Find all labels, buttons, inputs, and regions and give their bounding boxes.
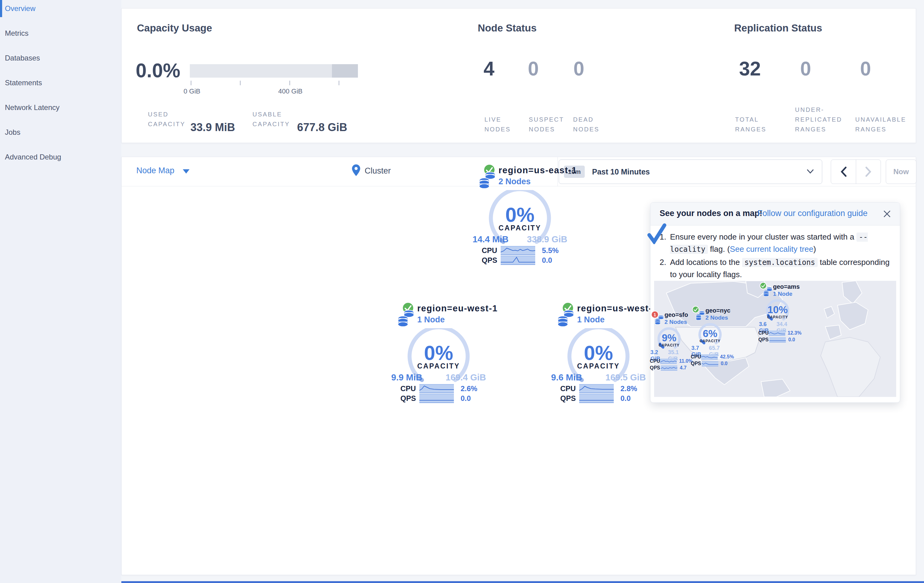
region-title: region=us-west-1 [577, 303, 657, 313]
capacity-label: CAPACITY [375, 362, 503, 371]
cpu-label: CPU [560, 384, 579, 393]
qps-value: 4.7 [680, 365, 686, 371]
close-icon[interactable] [883, 209, 891, 218]
region-title: region=eu-west-1 [417, 303, 498, 313]
node-map-setup-popup: See your nodes on a map! Follow our conf… [650, 202, 900, 403]
capacity-percent: 10% [761, 304, 794, 316]
capacity-percent: 0% [375, 341, 503, 364]
map-pin-icon [352, 165, 360, 176]
time-nav-group [831, 160, 881, 184]
cpu-label: CPU [400, 384, 419, 393]
time-forward-button[interactable] [856, 160, 881, 184]
capacity-label: CAPACITY [693, 339, 727, 343]
chevron-right-icon [865, 166, 872, 177]
time-back-button[interactable] [832, 160, 856, 184]
database-nodes-icon [695, 311, 705, 321]
sidebar-item-databases[interactable]: Databases [5, 54, 40, 63]
capacity-tick-0: 0 GiB [183, 87, 200, 96]
step-number: 2. [660, 256, 670, 281]
geo-title: geo=sfo [665, 311, 688, 318]
database-nodes-icon [478, 171, 497, 189]
geo-title: geo=nyc [705, 307, 731, 314]
region-nodes-link[interactable]: 2 Nodes [498, 177, 531, 186]
database-nodes-icon [762, 287, 773, 297]
sidebar-item-statements[interactable]: Statements [5, 79, 42, 87]
qps-sparkline [702, 361, 718, 366]
chevron-down-icon[interactable] [183, 169, 190, 173]
used-capacity: 9.9 MiB [391, 372, 422, 382]
cpu-value: 2.8% [620, 384, 637, 393]
sidebar: Overview Metrics Databases Statements Ne… [0, 0, 121, 583]
cpu-sparkline [660, 359, 677, 364]
region-title: region=us-east-1 [498, 165, 577, 175]
capacity-percent: 0% [456, 203, 584, 226]
chevron-down-icon [807, 169, 814, 174]
live-nodes-value: 4 [483, 58, 495, 80]
qps-label: QPS [691, 361, 702, 366]
capacity-label: CAPACITY [456, 224, 584, 232]
capacity-tick-400: 400 GiB [278, 87, 303, 96]
qps-sparkline [769, 337, 786, 343]
sidebar-item-network-latency[interactable]: Network Latency [5, 103, 59, 112]
region-nodes-link[interactable]: 1 Node [417, 315, 445, 324]
breadcrumb-cluster[interactable]: Cluster [365, 166, 391, 176]
qps-label: QPS [400, 394, 419, 403]
qps-sparkline [501, 256, 535, 265]
cpu-sparkline [769, 331, 785, 336]
capacity-percent: 9% [652, 332, 686, 344]
view-selector-node-map[interactable]: Node Map [136, 166, 175, 175]
cpu-sparkline [579, 384, 614, 393]
database-nodes-icon [396, 310, 416, 327]
qps-value: 0.0 [788, 337, 795, 343]
live-nodes-label: LIVE NODES [485, 115, 511, 134]
sidebar-item-overview[interactable]: Overview [5, 4, 35, 13]
cpu-sparkline [701, 354, 718, 360]
cpu-label: CPU [758, 330, 769, 336]
cpu-label: CPU [482, 246, 501, 255]
chevron-left-icon [840, 166, 847, 177]
region-nodes-link[interactable]: 1 Node [577, 315, 605, 324]
usable-capacity-label: USABLE CAPACITY [252, 109, 290, 129]
capacity-bar-nonusable-segment [332, 64, 358, 77]
qps-sparkline [661, 366, 677, 371]
total-ranges-value: 32 [739, 58, 761, 80]
qps-sparkline [419, 394, 454, 403]
cpu-sparkline [419, 384, 454, 393]
system-locations-code: system.locations [742, 258, 818, 267]
total-capacity: 169.5 GiB [606, 372, 646, 382]
database-nodes-icon [556, 310, 575, 327]
popup-header: See your nodes on a map! Follow our conf… [650, 203, 900, 226]
locality-tree-link[interactable]: See current locality tree [730, 244, 813, 254]
qps-value: 0.0 [542, 256, 552, 265]
usable-capacity-value: 677.8 GiB [297, 121, 347, 134]
qps-label: QPS [560, 394, 579, 403]
step-text: Ensure every node in your cluster was st… [670, 231, 891, 255]
qps-label: QPS [758, 337, 769, 343]
node-status-title: Node Status [478, 22, 537, 34]
capacity-label: CAPACITY [761, 315, 794, 319]
used-capacity-label: USED CAPACITY [148, 109, 186, 129]
replication-status-title: Replication Status [734, 22, 822, 34]
region-card-us-east-1: region=us-east-1 2 Nodes 0% CAPACITY 14.… [456, 164, 584, 268]
geo-title: geo=ams [773, 283, 800, 290]
time-range-label: Past 10 Minutes [592, 168, 650, 176]
now-button[interactable]: Now [886, 160, 916, 184]
suspect-nodes-value: 0 [528, 58, 539, 80]
qps-value: 0.0 [620, 394, 630, 403]
setup-step-1: 1. Ensure every node in your cluster was… [660, 231, 891, 255]
sidebar-item-jobs[interactable]: Jobs [5, 128, 20, 137]
used-capacity-value: 33.9 MiB [190, 121, 235, 134]
axis-tick [289, 81, 290, 85]
under-replicated-ranges-label: UNDER- REPLICATED RANGES [795, 105, 842, 134]
cpu-value: 5.5% [542, 246, 559, 255]
unavailable-ranges-label: UNAVAILABLE RANGES [855, 115, 906, 134]
geo-nodes: 2 Nodes [705, 315, 728, 321]
axis-tick [339, 81, 339, 85]
time-range-dropdown[interactable]: 10m Past 10 Minutes [559, 160, 822, 184]
sidebar-item-advanced-debug[interactable]: Advanced Debug [5, 153, 61, 161]
dead-nodes-label: DEAD NODES [573, 115, 599, 134]
sidebar-item-metrics[interactable]: Metrics [5, 29, 28, 38]
configuration-guide-link[interactable]: Follow our configuration guide [757, 209, 868, 218]
database-nodes-icon [654, 315, 665, 325]
step-done-check-icon [647, 223, 667, 244]
